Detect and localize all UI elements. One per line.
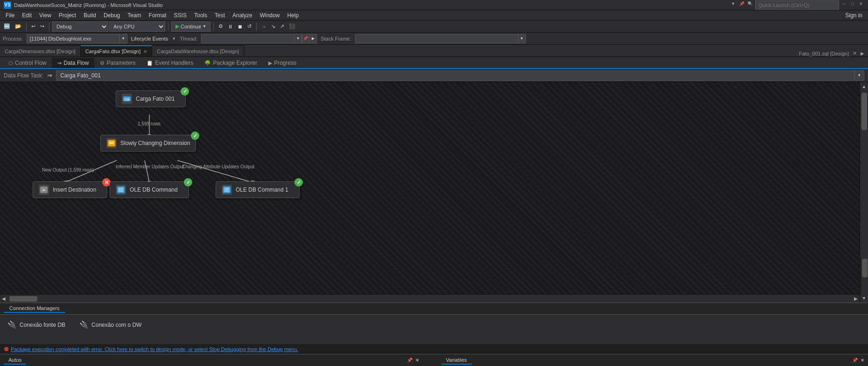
tb-separator-4	[213, 22, 214, 31]
tab-carga-dimensoes[interactable]: CargaDimensoes.dtsx [Design]	[0, 45, 81, 56]
node-insert-label: Insert Destination	[53, 186, 96, 193]
lifecycle-label: Lifecycle Events	[131, 36, 168, 41]
scroll-up-button[interactable]: ▲	[860, 82, 868, 91]
menu-build[interactable]: Build	[80, 11, 100, 20]
stack-label: Stack Frame:	[321, 36, 351, 41]
restart-button[interactable]: ↺	[245, 21, 253, 32]
menu-test[interactable]: Test	[211, 11, 229, 20]
menu-view[interactable]: View	[35, 11, 55, 20]
sign-in-link[interactable]: Sign in	[841, 11, 866, 20]
tab-event-handlers[interactable]: 📋 Event Handlers	[141, 58, 199, 69]
bottom-pin-icon[interactable]: 📌	[407, 358, 413, 363]
menu-tools[interactable]: Tools	[190, 11, 211, 20]
conn-fonte-icon: 🔌	[7, 320, 17, 329]
tab-close-button[interactable]: ✕	[143, 49, 147, 54]
pin-icon[interactable]: 📌	[738, 0, 745, 7]
scroll-down-button[interactable]: ▼	[860, 294, 868, 303]
bottom-right-close-icon[interactable]: ✕	[861, 358, 864, 363]
thread-nav-button[interactable]: ▶	[309, 34, 317, 43]
status-error-link[interactable]: Package execution completed with error. …	[11, 346, 298, 352]
bottom-right-pin-icon[interactable]: 📌	[852, 358, 858, 363]
h-scroll-right-button[interactable]: ▶	[852, 296, 860, 301]
scroll-right-handle-area	[861, 257, 868, 294]
thread-dropdown-button[interactable]: ▼	[294, 34, 302, 43]
tab-parameters[interactable]: ⚙ Parameters	[94, 58, 141, 69]
minimize-button[interactable]: ─	[841, 0, 847, 7]
stack-dropdown-button[interactable]: ▼	[518, 34, 526, 43]
tab-right-close[interactable]: ✕	[853, 50, 857, 56]
step-over-button[interactable]: →	[259, 21, 268, 32]
menu-format[interactable]: Format	[145, 11, 170, 20]
menu-project[interactable]: Project	[55, 11, 80, 20]
menu-ssis[interactable]: SSIS	[170, 11, 190, 20]
conn-item-fonte[interactable]: 🔌 Conexão fonte DB	[7, 320, 65, 329]
node-oledb2[interactable]: OLE DB Command 1 ✓	[216, 181, 300, 198]
menu-analyze[interactable]: Analyze	[229, 11, 256, 20]
tab-control-flow[interactable]: ⬡ Control Flow	[3, 58, 52, 69]
conn-label-inferred: Inferred Member Updates Output	[116, 164, 184, 169]
connection-managers-content: 🔌 Conexão fonte DB 🔌 Conexão com o DW	[0, 315, 868, 335]
tab-package-explorer[interactable]: 🌳 Package Explorer	[199, 58, 263, 69]
node-oledb1-icon	[116, 185, 126, 195]
conn-item-dw[interactable]: 🔌 Conexão com o DW	[79, 320, 141, 329]
step-out-button[interactable]: ↗	[278, 21, 286, 32]
node-insert[interactable]: ⬅ Insert Destination ✕	[33, 181, 107, 198]
open-button[interactable]: 📂	[13, 21, 23, 32]
node-carga-fato-label: Carga Fato 001	[136, 96, 175, 102]
menu-file[interactable]: File	[2, 11, 18, 20]
canvas-area[interactable]: 1,599 rows New Output (1,599 rows) Infer…	[0, 82, 868, 303]
attach-button[interactable]: ⚙	[217, 21, 225, 32]
menu-team[interactable]: Team	[124, 11, 145, 20]
close-button[interactable]: ✕	[858, 0, 864, 7]
node-insert-icon: ⬅	[39, 185, 49, 195]
node-oledb1[interactable]: OLE DB Command ✓	[110, 181, 189, 198]
tab-carga-fato[interactable]: CargaFato.dtsx [Design] ✕	[81, 45, 153, 56]
thread-pin-button[interactable]: 📌	[302, 34, 309, 43]
node-scd[interactable]: Slowly Changing Dimension ✓	[100, 135, 196, 152]
cpu-dropdown[interactable]: Any CPU	[109, 21, 165, 32]
task-value: Carga Fato_001	[56, 70, 855, 81]
node-oledb2-check: ✓	[294, 178, 303, 186]
step-in-button[interactable]: ↘	[269, 21, 277, 32]
node-oledb1-check: ✓	[184, 178, 192, 186]
redo-button[interactable]: ↪	[38, 21, 46, 32]
bottom-close-icon[interactable]: ✕	[415, 358, 419, 363]
canvas-wrapper: 1,599 rows New Output (1,599 rows) Infer…	[0, 82, 868, 303]
new-button[interactable]: 🆕	[2, 21, 12, 32]
continue-button[interactable]: ▶ Continue ▼	[171, 21, 210, 32]
search-icon[interactable]: 🔍	[747, 0, 753, 7]
debug-mode-dropdown[interactable]: Debug	[52, 21, 108, 32]
tb-separator-3	[168, 22, 168, 31]
menu-debug[interactable]: Debug	[100, 11, 124, 20]
undo-button[interactable]: ↩	[29, 21, 37, 32]
menu-help[interactable]: Help	[283, 11, 302, 20]
title-bar: VS DataWarehouseSucos_Matriz (Running) -…	[0, 0, 868, 10]
breakpoints-button[interactable]: ⬛	[287, 21, 297, 32]
menu-window[interactable]: Window	[256, 11, 284, 20]
node-carga-fato-check: ✓	[181, 87, 189, 96]
process-dropdown-button[interactable]: ▼	[120, 34, 127, 43]
connection-managers-tab[interactable]: Connection Managers	[4, 304, 65, 313]
filter-icon[interactable]: ▼	[730, 0, 736, 7]
pause-button[interactable]: ⏸	[226, 21, 235, 32]
maximize-button[interactable]: □	[849, 0, 856, 7]
tab-overflow-button[interactable]: ▶	[861, 51, 864, 56]
bottom-tab-autos[interactable]: Autos	[4, 356, 26, 365]
stop-button[interactable]: ⏹	[236, 21, 245, 32]
scroll-right-handle[interactable]	[862, 259, 868, 277]
h-scroll-handle[interactable]	[9, 296, 37, 302]
thread-value	[201, 34, 294, 43]
menu-edit[interactable]: Edit	[18, 11, 35, 20]
scroll-handle[interactable]	[861, 93, 867, 130]
tab-data-flow[interactable]: ⇒ Data Flow	[52, 58, 94, 69]
node-carga-fato[interactable]: DB Carga Fato 001 ✓	[116, 90, 186, 107]
tab-progress[interactable]: ▶ Progress	[263, 58, 302, 69]
node-oledb2-icon	[222, 185, 232, 195]
quick-launch-input[interactable]	[755, 0, 839, 10]
tab-carga-datawarehouse[interactable]: CargaDataWarehouse.dtsx [Design]	[152, 45, 244, 56]
tab-right-area: Fato_001.sql [Design] ✕ ▶	[799, 50, 868, 56]
conn-fonte-label: Conexão fonte DB	[20, 322, 65, 328]
bottom-tab-variables[interactable]: Variables	[441, 356, 472, 365]
task-dropdown-button[interactable]: ▼	[855, 70, 864, 81]
h-scroll-left-button[interactable]: ◀	[0, 296, 7, 301]
